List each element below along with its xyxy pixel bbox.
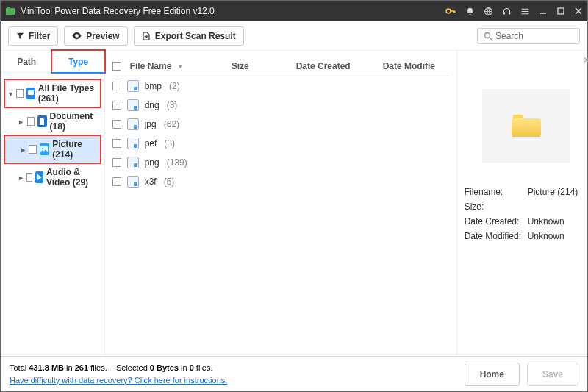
file-count: (3) — [164, 138, 175, 149]
row-checkbox[interactable] — [112, 101, 121, 110]
header-checkbox[interactable] — [112, 62, 121, 71]
export-icon — [142, 32, 151, 40]
menu-icon[interactable] — [520, 7, 530, 16]
checkbox[interactable] — [26, 173, 33, 182]
key-icon[interactable] — [445, 5, 456, 17]
tree-item-picture[interactable]: ▸ Picture (214) — [4, 135, 101, 164]
file-list: File Name▾ Size Date Created Date Modifi… — [105, 51, 456, 356]
row-checkbox[interactable] — [112, 139, 121, 148]
save-button[interactable]: Save — [527, 363, 578, 386]
play-icon — [35, 171, 43, 183]
file-row[interactable]: bmp(2) — [112, 76, 449, 96]
maximize-icon[interactable] — [556, 7, 565, 15]
close-icon[interactable] — [574, 7, 583, 15]
eye-icon — [72, 32, 82, 40]
chevron-right-icon[interactable]: ▸ — [18, 174, 24, 182]
col-date-created[interactable]: Date Created — [296, 61, 377, 71]
tree-item-document[interactable]: ▸ Document (18) — [4, 108, 101, 135]
col-filename[interactable]: File Name▾ — [130, 61, 226, 71]
tree-item-audiovideo[interactable]: ▸ Audio & Video (29) — [4, 164, 101, 190]
file-name: x3f — [145, 177, 157, 187]
sidebar-tabs: Path Type — [1, 51, 104, 73]
folder-type-icon — [127, 157, 139, 168]
filter-button[interactable]: Filter — [8, 26, 58, 46]
meta-modified-value: Unknown — [528, 231, 564, 241]
row-checkbox[interactable] — [112, 158, 121, 167]
folder-type-icon — [127, 80, 139, 92]
chevron-right-icon[interactable]: ▸ — [20, 146, 26, 154]
file-row[interactable]: pef(3) — [112, 134, 449, 153]
folder-type-icon — [127, 118, 139, 130]
col-size[interactable]: Size — [232, 61, 290, 71]
close-details-icon[interactable]: × — [583, 54, 588, 67]
svg-point-2 — [446, 9, 451, 13]
chevron-down-icon[interactable]: ▾ — [8, 90, 13, 98]
meta-filename-label: Filename: — [465, 187, 528, 197]
footer-summary: Total 431.8 MB in 261 files. Selected 0 … — [10, 362, 227, 386]
folder-type-icon — [127, 176, 139, 188]
preview-button[interactable]: Preview — [64, 26, 127, 46]
meta-size-label: Size: — [465, 202, 528, 212]
svg-rect-6 — [558, 8, 564, 14]
sort-icon: ▾ — [179, 63, 182, 70]
file-name: dng — [145, 100, 159, 110]
svg-point-7 — [485, 32, 490, 38]
tab-path[interactable]: Path — [1, 51, 52, 72]
row-checkbox[interactable] — [112, 120, 121, 129]
tree-root[interactable]: ▾ All File Types (261) — [4, 79, 101, 108]
meta-modified-label: Date Modified: — [465, 231, 528, 241]
main-panel: File Name▾ Size Date Created Date Modifi… — [105, 51, 588, 356]
search-box[interactable] — [477, 28, 580, 44]
svg-rect-9 — [29, 96, 32, 96]
tree-item-label: Picture (214) — [52, 139, 96, 160]
file-row[interactable]: jpg(62) — [112, 115, 449, 134]
file-row[interactable]: x3f(5) — [112, 172, 449, 191]
globe-icon[interactable] — [484, 7, 493, 16]
headphones-icon[interactable] — [502, 7, 512, 16]
folder-type-icon — [127, 138, 139, 149]
row-checkbox[interactable] — [112, 177, 121, 186]
file-name: png — [145, 157, 159, 168]
export-label: Export Scan Result — [155, 31, 236, 41]
tree-item-label: Document (18) — [50, 111, 98, 132]
export-button[interactable]: Export Scan Result — [134, 26, 244, 46]
file-row[interactable]: dng(3) — [112, 96, 449, 115]
col-date-modified[interactable]: Date Modifie — [383, 61, 449, 71]
tree-item-label: Audio & Video (29) — [46, 167, 98, 188]
search-icon — [484, 32, 492, 40]
sidebar: Path Type ▾ All File Types (261) ▸ Docum… — [1, 51, 105, 356]
svg-rect-5 — [509, 12, 510, 14]
meta-created-label: Date Created: — [465, 216, 528, 227]
file-name: pef — [145, 138, 157, 149]
file-tree: ▾ All File Types (261) ▸ Document (18) ▸… — [1, 73, 104, 196]
preview-label: Preview — [86, 31, 119, 41]
tree-root-label: All File Types (261) — [38, 83, 97, 104]
file-count: (62) — [164, 119, 179, 129]
details-panel: × Filename:Picture (214) Size: Date Crea… — [456, 51, 588, 356]
picture-icon — [40, 143, 49, 155]
column-header: File Name▾ Size Date Created Date Modifi… — [112, 57, 449, 76]
svg-point-11 — [42, 148, 43, 149]
checkbox[interactable] — [27, 117, 35, 126]
home-button[interactable]: Home — [465, 363, 520, 386]
file-name: jpg — [145, 119, 157, 129]
titlebar-actions — [445, 5, 583, 17]
file-row[interactable]: png(139) — [112, 153, 449, 172]
titlebar: MiniTool Power Data Recovery Free Editio… — [1, 1, 587, 21]
bell-icon[interactable] — [465, 7, 475, 16]
svg-rect-0 — [6, 8, 15, 15]
checkbox[interactable] — [29, 145, 36, 154]
folder-type-icon — [127, 99, 139, 111]
help-link[interactable]: Have difficulty with data recovery? Clic… — [10, 376, 227, 385]
minimize-icon[interactable] — [539, 7, 548, 15]
monitor-icon — [26, 88, 35, 99]
row-checkbox[interactable] — [112, 82, 121, 90]
meta-filename-value: Picture (214) — [528, 187, 578, 197]
tab-type[interactable]: Type — [51, 49, 105, 74]
svg-rect-8 — [28, 90, 34, 95]
checkbox[interactable] — [16, 89, 23, 98]
filter-icon — [16, 32, 24, 40]
chevron-right-icon[interactable]: ▸ — [18, 118, 24, 126]
file-count: (139) — [167, 157, 187, 168]
search-input[interactable] — [495, 31, 573, 41]
